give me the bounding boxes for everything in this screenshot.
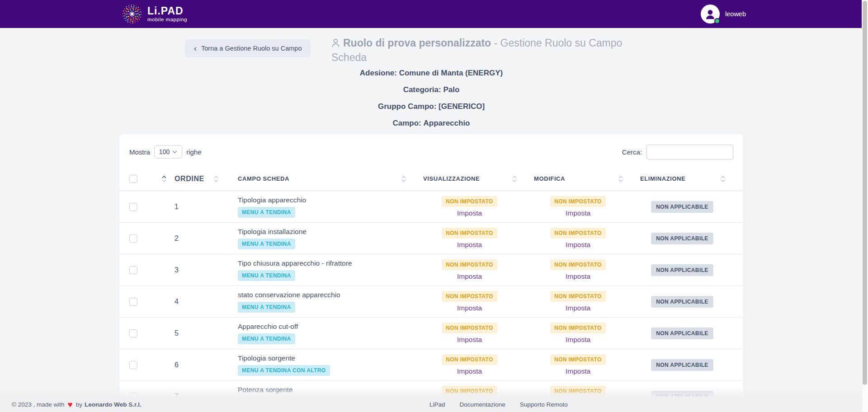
sort-desc-icon [401,179,406,182]
table-row: 3 Tipo chiusura apparecchio - rifrattore… [119,254,743,286]
field-type-badge: MENU A TENDINA CON ALTRO [238,365,330,376]
modifica-status-badge: NON IMPOSTATO [550,228,606,239]
row-checkbox[interactable] [129,329,137,337]
row-visualizzazione-cell: NON IMPOSTATO Imposta [414,349,525,380]
column-header-modifica[interactable]: Modifica [525,167,631,191]
row-checkbox[interactable] [129,298,137,306]
row-campo-name: Tipologia apparecchio [238,196,306,204]
row-modifica-cell: NON IMPOSTATO Imposta [525,318,631,349]
visualizzazione-imposta-link[interactable]: Imposta [457,241,482,249]
column-header-eliminazione[interactable]: Eliminazione [631,167,733,191]
visualizzazione-imposta-link[interactable]: Imposta [457,367,482,375]
column-header-ordine[interactable]: Ordine [175,167,226,191]
copyright-text: © 2023 , made with ♥ by Leonardo Web S.r… [12,400,142,409]
visualizzazione-status-badge: NON IMPOSTATO [442,291,497,302]
visualizzazione-imposta-link[interactable]: Imposta [457,272,482,281]
eliminazione-status-badge: NON APPLICABILE [651,201,713,213]
row-modifica-cell: NON IMPOSTATO Imposta [525,254,631,286]
table-controls: Mostra 100 righe Cerca: [119,134,743,167]
modifica-imposta-link[interactable]: Imposta [566,304,590,312]
row-checkbox[interactable] [129,234,137,243]
sort-asc-icon [721,176,725,178]
meta-categoria: Categoria: Palo [119,85,743,94]
row-eliminazione-cell: NON APPLICABILE [631,254,733,286]
sort-asc-icon [618,176,623,178]
footer-link-documentazione[interactable]: Documentazione [460,401,505,408]
modifica-imposta-link[interactable]: Imposta [566,336,590,344]
back-button[interactable]: ‹ Torna a Gestione Ruolo su Campo [185,39,311,57]
modifica-status-badge: NON IMPOSTATO [550,323,606,333]
eliminazione-status-badge: NON APPLICABILE [651,296,713,308]
context-info: Adesione: Comune di Manta (ENERGY) Categ… [119,69,743,136]
column-header-campo-scheda[interactable]: Campo Scheda [226,167,414,191]
scrollbar-thumb[interactable] [863,1,867,385]
back-button-label: Torna a Gestione Ruolo su Campo [201,45,302,52]
company-name: Leonardo Web S.r.l. [85,401,142,408]
meta-campo: Campo: Apparecchio [119,119,743,128]
sort-desc-icon [512,179,517,182]
user-name: leoweb [725,10,746,18]
sort-icons [401,176,406,182]
modifica-imposta-link[interactable]: Imposta [566,209,590,217]
search-control: Cerca: [622,145,733,159]
row-visualizzazione-cell: NON IMPOSTATO Imposta [414,286,525,317]
field-type-badge: MENU A TENDINA [238,207,295,218]
row-checkbox[interactable] [129,361,137,369]
sort-icons [721,176,725,182]
modifica-imposta-link[interactable]: Imposta [566,272,590,281]
row-checkbox[interactable] [129,266,137,274]
visualizzazione-imposta-link[interactable]: Imposta [457,336,482,344]
row-visualizzazione-cell: NON IMPOSTATO Imposta [414,191,525,222]
page-length-control: Mostra 100 righe [129,145,202,159]
modifica-imposta-link[interactable]: Imposta [566,241,590,249]
row-eliminazione-cell: NON APPLICABILE [631,191,733,222]
column-header-select-all[interactable] [129,167,175,191]
modifica-imposta-link[interactable]: Imposta [566,367,590,375]
row-campo-name: Tipo chiusura apparecchio - rifrattore [238,259,352,267]
search-input[interactable] [646,145,733,159]
row-campo-cell: Apparecchio cut-off MENU A TENDINA [226,318,414,349]
meta-adesione: Adesione: Comune di Manta (ENERGY) [119,69,743,78]
logo-text: Li.PAD mobile mapping [147,6,187,23]
row-checkbox[interactable] [129,203,137,211]
vertical-scrollbar [862,0,868,412]
visualizzazione-status-badge: NON IMPOSTATO [442,354,497,365]
row-eliminazione-cell: NON APPLICABILE [631,223,733,254]
lipad-logo[interactable]: Li.PAD mobile mapping [120,2,187,26]
field-type-badge: MENU A TENDINA [238,270,295,281]
row-select-cell [129,349,175,380]
row-select-cell [129,223,175,254]
meta-gruppo-campo: Gruppo Campo: [GENERICO] [119,102,743,111]
modifica-status-badge: NON IMPOSTATO [550,196,606,207]
row-select-cell [129,286,175,317]
row-campo-name: Tipologia sorgente [238,354,295,362]
rows-per-page-select[interactable]: 100 [154,145,182,159]
row-visualizzazione-cell: NON IMPOSTATO Imposta [414,223,525,254]
footer-links: LiPad Documentazione Supporto Remoto [429,401,568,408]
table-row: 1 Tipologia apparecchio MENU A TENDINA N… [119,191,743,223]
row-campo-cell: Tipologia apparecchio MENU A TENDINA [226,191,414,222]
visualizzazione-imposta-link[interactable]: Imposta [457,304,482,312]
select-all-checkbox[interactable] [129,175,137,183]
row-ordine: 4 [175,286,226,317]
row-modifica-cell: NON IMPOSTATO Imposta [525,191,631,222]
row-campo-cell: Tipologia installazione MENU A TENDINA [226,223,414,254]
visualizzazione-imposta-link[interactable]: Imposta [457,209,482,217]
footer-link-supporto-remoto[interactable]: Supporto Remoto [520,401,568,408]
sort-icons [162,176,166,182]
row-visualizzazione-cell: NON IMPOSTATO Imposta [414,318,525,349]
sort-desc-icon [214,179,218,182]
table-card: Mostra 100 righe Cerca: Or [119,134,743,412]
modifica-status-badge: NON IMPOSTATO [550,259,606,270]
user-menu[interactable]: leoweb [701,0,746,28]
sort-desc-icon [721,179,725,182]
row-ordine: 6 [175,349,226,380]
footer: © 2023 , made with ♥ by Leonardo Web S.r… [0,397,868,412]
row-select-cell [129,254,175,286]
footer-link-lipad[interactable]: LiPad [429,401,445,408]
table-row: 6 Tipologia sorgente MENU A TENDINA CON … [119,349,743,381]
page-title: Ruolo di prova personalizzato - Gestione… [331,36,627,64]
column-header-visualizzazione[interactable]: Visualizzazione [414,167,525,191]
row-modifica-cell: NON IMPOSTATO Imposta [525,286,631,317]
modifica-status-badge: NON IMPOSTATO [550,354,606,365]
